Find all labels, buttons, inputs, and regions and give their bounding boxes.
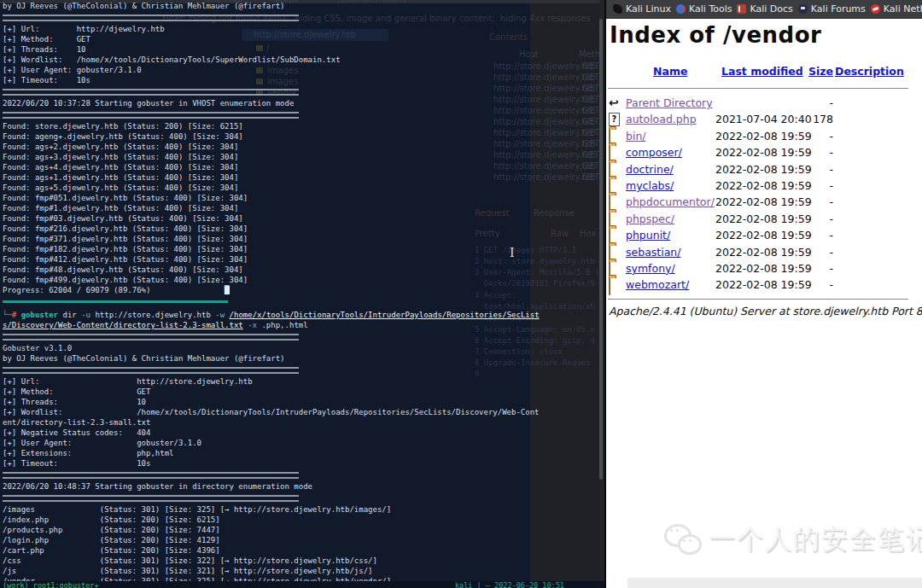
desktop: Site mapScopeIssue definitionsFilter: Hi…: [0, 0, 922, 588]
entry-size: -: [796, 229, 833, 242]
terminal-line: [0, 367, 604, 377]
terminal-line: by OJ Reeves (@TheColonial) & Christian …: [0, 354, 604, 364]
terminal-line: Found: ags+1.djewelry.htb (Status: 400) …: [0, 173, 604, 183]
entry-link[interactable]: webmozart/: [626, 278, 689, 291]
terminal-line: [+] Url: http://store.djewelry.htb: [0, 377, 604, 387]
entry-link[interactable]: bin/: [626, 130, 646, 143]
terminal-line: /login.php (Status: 200) [Size: 4129]: [0, 536, 604, 546]
bookmark-label: Kali Docs: [750, 3, 792, 15]
terminal-line: Found: ags+2.djewelry.htb (Status: 400) …: [0, 143, 604, 153]
sort-by-description-link[interactable]: Description: [835, 65, 904, 78]
bookmark-item[interactable]: Kali Forums: [798, 3, 866, 15]
entry-size: -: [796, 146, 833, 159]
entry-link[interactable]: myclabs/: [626, 179, 674, 192]
divider: [608, 88, 908, 89]
entry-link[interactable]: phpunit/: [626, 229, 670, 242]
kali-nethunter-icon: [871, 4, 880, 14]
table-row: sebastian/ 2022-02-08 19:59 -: [606, 244, 922, 260]
bookmark-item[interactable]: Kali NetHunter: [871, 3, 922, 15]
terminal-line: s/Discovery/Web-Content/directory-list-2…: [0, 321, 604, 331]
entry-link[interactable]: sebastian/: [626, 246, 680, 259]
terminal-line: [+] Threads: 10: [0, 398, 604, 408]
terminal-line: [0, 495, 604, 505]
entry-link[interactable]: Parent Directory: [626, 96, 713, 109]
terminal-window[interactable]: Site mapScopeIssue definitionsFilter: Hi…: [0, 0, 604, 588]
terminal-line: Found: store.djewelry.htb (Status: 200) …: [0, 122, 604, 132]
sort-by-last-modified-link[interactable]: Last modified: [721, 65, 803, 78]
entry-size: -: [796, 163, 833, 176]
tmux-status-bar: (work) root1:gobuster+ kali | — 2022-06-…: [0, 581, 604, 588]
table-row: symfony/ 2022-02-08 19:59 -: [606, 260, 922, 277]
entry-link[interactable]: phpdocumentor/: [626, 195, 715, 208]
terminal-line: [+] Timeout: 10s: [0, 76, 604, 86]
table-row: bin/ 2022-02-08 19:59 -: [606, 128, 922, 144]
terminal-line: /css (Status: 301) [Size: 322] [→ http:/…: [0, 556, 604, 567]
text-cursor-pointer: I: [510, 246, 515, 259]
terminal-line: /js (Status: 301) [Size: 321] [→ http://…: [0, 567, 604, 577]
terminal-line: Found: ags+5.djewelry.htb (Status: 400) …: [0, 183, 604, 194]
terminal-line: /products.php (Status: 200) [Size: 7447]: [0, 526, 604, 536]
bookmark-item[interactable]: Kali Docs: [737, 3, 792, 15]
terminal-line: 2022/06/20 10:37:28 Starting gobuster in…: [0, 99, 604, 109]
terminal-line: [0, 472, 604, 482]
terminal-line: Found: fmp#03.djewelry.htb (Status: 400)…: [0, 214, 604, 224]
gobuster-separator: [3, 495, 299, 502]
folder-icon: [609, 277, 610, 295]
terminal-line: Found: fmp#499.djewelry.htb (Status: 400…: [0, 276, 604, 286]
wechat-logo-icon: [664, 522, 702, 556]
bookmark-label: Kali Linux: [626, 3, 671, 15]
gobuster-separator: [3, 334, 299, 341]
terminal-line: [0, 89, 604, 99]
unknown-file-icon: [609, 113, 620, 126]
table-row: phpunit/ 2022-02-08 19:59 -: [606, 227, 922, 243]
terminal-line: 2022/06/20 10:48:37 Starting gobuster in…: [0, 482, 604, 492]
tmux-host-datetime: kali | — 2022-06-20 10:51: [455, 581, 564, 588]
terminal-line: [+] User Agent: gobuster/3.1.0: [0, 439, 604, 449]
table-row: myclabs/ 2022-02-08 19:59 -: [606, 178, 922, 194]
entry-link[interactable]: doctrine/: [626, 163, 674, 176]
entry-link[interactable]: phpspec/: [626, 212, 674, 225]
terminal-separator-teal: [3, 300, 228, 303]
entry-link[interactable]: composer/: [626, 146, 682, 159]
terminal-line: Found: fmp#1.djewelry.htb (Status: 400) …: [0, 204, 604, 214]
bookmark-label: Kali Tools: [689, 3, 732, 15]
bookmarks-toolbar: Kali Linux Kali Tools Kali Docs Kali For…: [606, 0, 922, 19]
gobuster-separator: [3, 112, 299, 119]
page-title: Index of /vendor: [610, 22, 821, 48]
terminal-line: /images (Status: 301) [Size: 325] [→ htt…: [0, 505, 604, 515]
entry-size: -: [796, 246, 833, 259]
table-row: composer/ 2022-02-08 19:59 -: [606, 144, 922, 160]
directory-listing: ↩ Parent Directory - autoload.php 2021-0…: [606, 95, 922, 294]
parent-directory-icon: ↩: [609, 96, 619, 108]
terminal-line: Found: fmp#48.djewelry.htb (Status: 400)…: [0, 265, 604, 276]
sort-by-name-link[interactable]: Name: [653, 65, 687, 78]
terminal-output[interactable]: by OJ Reeves (@TheColonial) & Christian …: [0, 2, 604, 582]
sort-by-size-link[interactable]: Size: [808, 65, 833, 78]
tmux-session-label: (work) root1:gobuster+: [3, 581, 99, 588]
entry-size: -: [796, 262, 833, 275]
entry-size: -: [796, 278, 833, 291]
terminal-line: [0, 15, 604, 25]
gobuster-separator: [3, 367, 299, 374]
server-signature: Apache/2.4.41 (Ubuntu) Server at store.d…: [609, 305, 922, 317]
entry-link[interactable]: symfony/: [626, 262, 675, 275]
terminal-line: by OJ Reeves (@TheColonial) & Christian …: [0, 2, 604, 12]
bookmark-item[interactable]: Kali Linux: [613, 3, 671, 15]
terminal-line: Found: ageng+.djewelry.htb (Status: 400)…: [0, 132, 604, 143]
table-row: phpspec/ 2022-02-08 19:59 -: [606, 211, 922, 227]
terminal-line: Found: fmp#216.djewelry.htb (Status: 400…: [0, 224, 604, 235]
terminal-line: [0, 112, 604, 122]
entry-link[interactable]: autoload.php: [626, 113, 697, 125]
bookmark-item[interactable]: Kali Tools: [676, 3, 732, 15]
terminal-line: [+] Timeout: 10s: [0, 459, 604, 469]
terminal-line: [0, 334, 604, 344]
apache-index-page: Index of /vendor Name Last modified Size…: [606, 20, 922, 588]
terminal-line: Found: ags+3.djewelry.htb (Status: 400) …: [0, 153, 604, 163]
terminal-line: [+] Url: http://djewelry.htb: [0, 25, 604, 35]
entry-size: 178: [796, 113, 833, 125]
terminal-line: [+] Method: GET: [0, 387, 604, 398]
terminal-line: Found: ags+4.djewelry.htb (Status: 400) …: [0, 163, 604, 173]
terminal-line: [+] Method: GET: [0, 35, 604, 45]
entry-size: -: [796, 130, 833, 143]
entry-size: -: [796, 96, 833, 109]
